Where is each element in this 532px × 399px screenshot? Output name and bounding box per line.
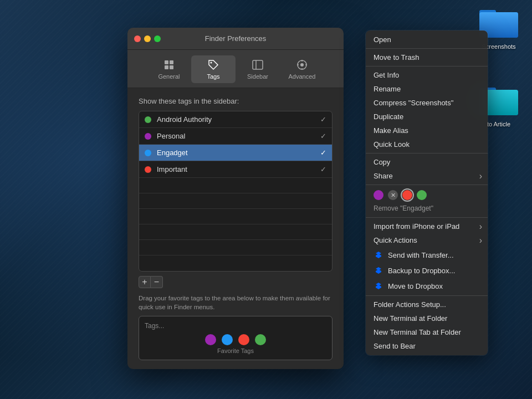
section-label: Show these tags in the sidebar:: [139, 97, 332, 105]
tags-icon: [207, 59, 219, 71]
menu-item-folder-actions[interactable]: Folder Actions Setup...: [366, 298, 488, 311]
tag-row-empty-2: [139, 193, 332, 209]
menu-item-new-terminal[interactable]: New Terminal at Folder: [366, 311, 488, 325]
tag-row-engadget[interactable]: Engadget ✓: [139, 145, 332, 161]
menu-separator-4: [366, 185, 488, 185]
color-dot-green[interactable]: [417, 190, 427, 200]
fav-dot-blue[interactable]: [222, 334, 233, 345]
dropbox-icon-2: [374, 265, 383, 275]
finder-preferences-window: Finder Preferences General Tags S: [127, 28, 344, 369]
tag-row-empty-5: [139, 240, 332, 255]
title-bar: Finder Preferences: [127, 28, 344, 50]
tag-check-engadget[interactable]: ✓: [320, 149, 326, 157]
menu-item-get-info[interactable]: Get Info: [366, 68, 488, 82]
tag-row-empty-3: [139, 209, 332, 224]
fav-tags-dots: [145, 334, 326, 345]
svg-point-10: [211, 62, 212, 64]
favorite-tags-area[interactable]: Tags... Favorite Tags: [139, 316, 332, 360]
minimize-button[interactable]: [144, 35, 151, 42]
window-title: Finder Preferences: [205, 34, 267, 43]
svg-rect-8: [165, 65, 168, 69]
tag-dot-important: [145, 166, 151, 173]
menu-item-copy[interactable]: Copy: [366, 155, 488, 169]
svg-rect-6: [165, 60, 168, 64]
general-icon: [163, 59, 175, 71]
tab-advanced[interactable]: Advanced: [280, 55, 324, 83]
dropbox-icon-3: [374, 281, 383, 291]
tag-name-engadget: Engadget: [157, 149, 320, 157]
tags-list: Android Authority ✓ Personal ✓ Engadget …: [139, 111, 332, 272]
tab-sidebar[interactable]: Sidebar: [236, 55, 280, 83]
fav-tags-label: Favorite Tags: [145, 347, 326, 354]
menu-item-send-bear[interactable]: Send to Bear: [366, 339, 488, 353]
tag-dot-personal: [145, 133, 151, 140]
fav-dot-purple[interactable]: [205, 334, 216, 345]
traffic-lights: [134, 35, 161, 42]
menu-separator-6: [366, 295, 488, 296]
svg-rect-9: [170, 65, 173, 69]
add-tag-button[interactable]: +: [139, 276, 151, 288]
tag-row-empty-4: [139, 224, 332, 240]
menu-separator-5: [366, 217, 488, 218]
menu-separator-3: [366, 153, 488, 154]
fav-tags-placeholder: Tags...: [145, 322, 326, 330]
menu-item-share[interactable]: Share: [366, 169, 488, 183]
close-button[interactable]: [134, 35, 141, 42]
tag-row-empty-6: [139, 255, 332, 271]
tag-name-android: Android Authority: [157, 115, 320, 124]
remove-engadget-label: Remove "Engadget": [366, 203, 488, 216]
remove-tag-button[interactable]: −: [151, 276, 163, 288]
tag-name-personal: Personal: [157, 132, 320, 140]
tab-general[interactable]: General: [147, 55, 191, 83]
menu-item-move-to-trash[interactable]: Move to Trash: [366, 50, 488, 64]
menu-item-duplicate[interactable]: Duplicate: [366, 110, 488, 124]
menu-item-compress[interactable]: Compress "Screenshots": [366, 96, 488, 110]
fav-dot-green[interactable]: [255, 334, 266, 345]
svg-point-14: [300, 63, 304, 66]
tag-name-important: Important: [157, 165, 320, 173]
tag-row-empty-1: [139, 178, 332, 193]
tag-row-personal[interactable]: Personal ✓: [139, 128, 332, 145]
menu-item-quick-actions[interactable]: Quick Actions: [366, 233, 488, 247]
menu-item-new-terminal-tab[interactable]: New Terminal Tab at Folder: [366, 325, 488, 339]
color-dot-x[interactable]: ✕: [388, 190, 398, 200]
tag-check-android[interactable]: ✓: [320, 115, 326, 124]
color-dots-row: ✕: [366, 187, 488, 203]
menu-item-make-alias[interactable]: Make Alias: [366, 124, 488, 137]
menu-separator-1: [366, 48, 488, 49]
article-folder-label: to Article: [487, 121, 510, 127]
menu-item-move-dropbox[interactable]: Move to Dropbox: [366, 278, 488, 294]
menu-item-quick-look[interactable]: Quick Look: [366, 137, 488, 151]
color-dot-red[interactable]: [402, 190, 412, 200]
svg-rect-11: [253, 60, 263, 69]
fav-dot-red[interactable]: [238, 334, 249, 345]
menu-item-send-transfer[interactable]: Send with Transfer...: [366, 247, 488, 263]
svg-rect-7: [170, 60, 173, 64]
tab-tags[interactable]: Tags: [191, 55, 236, 83]
maximize-button[interactable]: [154, 35, 161, 42]
dropbox-icon-1: [374, 250, 383, 260]
menu-item-rename[interactable]: Rename: [366, 82, 488, 96]
drag-hint: Drag your favorite tags to the area belo…: [139, 294, 332, 311]
tag-row-android-authority[interactable]: Android Authority ✓: [139, 111, 332, 128]
menu-item-open[interactable]: Open: [366, 33, 488, 47]
menu-separator-2: [366, 66, 488, 66]
tag-dot-engadget: [145, 150, 151, 156]
tag-row-important[interactable]: Important ✓: [139, 161, 332, 178]
advanced-icon: [296, 59, 308, 71]
prefs-content: Show these tags in the sidebar: Android …: [127, 88, 344, 369]
tag-check-personal[interactable]: ✓: [320, 132, 326, 140]
context-menu: Open Move to Trash Get Info Rename Compr…: [366, 30, 488, 355]
tag-dot-android: [145, 116, 151, 123]
tag-check-important[interactable]: ✓: [320, 165, 326, 173]
toolbar: General Tags Sidebar: [127, 50, 344, 88]
menu-item-import-iphone[interactable]: Import from iPhone or iPad: [366, 219, 488, 233]
color-dot-purple[interactable]: [374, 190, 383, 200]
menu-item-backup-dropbox[interactable]: Backup to Dropbox...: [366, 263, 488, 278]
list-controls: + −: [139, 276, 332, 288]
sidebar-icon: [252, 59, 264, 71]
